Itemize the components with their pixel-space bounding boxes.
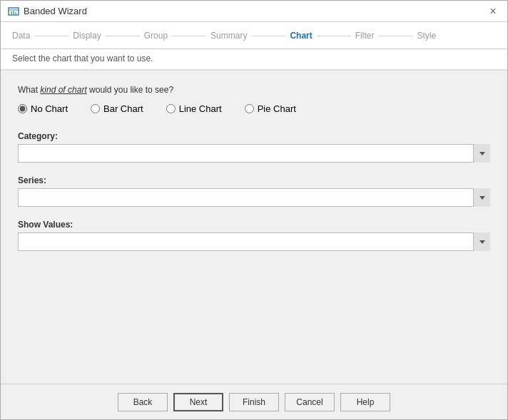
step-chart: Chart <box>290 31 312 41</box>
help-button[interactable]: Help <box>340 393 390 411</box>
title-bar: Banded Wizard × <box>1 1 507 22</box>
show-values-dropdown-wrap <box>18 232 490 251</box>
sep-4: ———— <box>251 31 285 41</box>
content-area: What kind of chart would you like to see… <box>1 71 507 384</box>
step-filter: Filter <box>355 31 375 41</box>
step-style: Style <box>417 31 436 41</box>
series-dropdown-wrap <box>18 188 490 207</box>
window-title: Banded Wizard <box>24 6 87 16</box>
radio-line-chart[interactable]: Line Chart <box>166 103 222 114</box>
close-button[interactable]: × <box>486 4 500 19</box>
category-label: Category: <box>18 131 490 141</box>
question-text: What kind of chart would you like to see… <box>18 85 490 95</box>
series-field-group: Series: <box>18 175 490 207</box>
show-values-select[interactable] <box>18 232 490 251</box>
steps-nav: Data ———— Display ———— Group ———— Summar… <box>1 22 507 49</box>
sep-2: ———— <box>106 31 140 41</box>
category-field-group: Category: <box>18 131 490 163</box>
sep-5: ———— <box>317 31 351 41</box>
show-values-field-group: Show Values: <box>18 220 490 251</box>
back-button[interactable]: Back <box>118 393 168 411</box>
radio-pie-chart[interactable]: Pie Chart <box>245 103 296 114</box>
cancel-button[interactable]: Cancel <box>285 393 335 411</box>
series-label: Series: <box>18 175 490 185</box>
category-dropdown-wrap <box>18 144 490 163</box>
app-icon <box>8 6 19 17</box>
category-select[interactable] <box>18 144 490 163</box>
subtitle-bar: Select the chart that you want to use. <box>1 49 507 71</box>
series-select[interactable] <box>18 188 490 207</box>
footer: Back Next Finish Cancel Help <box>1 384 507 419</box>
radio-no-chart[interactable]: No Chart <box>18 103 68 114</box>
step-display: Display <box>73 31 101 41</box>
next-button[interactable]: Next <box>173 393 223 411</box>
sep-1: ———— <box>34 31 68 41</box>
radio-bar-chart[interactable]: Bar Chart <box>91 103 143 114</box>
show-values-label: Show Values: <box>18 220 490 230</box>
step-data: Data <box>12 31 30 41</box>
step-group: Group <box>144 31 168 41</box>
wizard-window: Banded Wizard × Data ———— Display ———— G… <box>0 0 508 420</box>
finish-button[interactable]: Finish <box>229 393 279 411</box>
chart-type-radio-group: No Chart Bar Chart Line Chart Pie Chart <box>18 103 490 114</box>
subtitle-text: Select the chart that you want to use. <box>12 53 153 63</box>
sep-3: ———— <box>172 31 206 41</box>
step-summary: Summary <box>210 31 247 41</box>
sep-6: ———— <box>378 31 412 41</box>
